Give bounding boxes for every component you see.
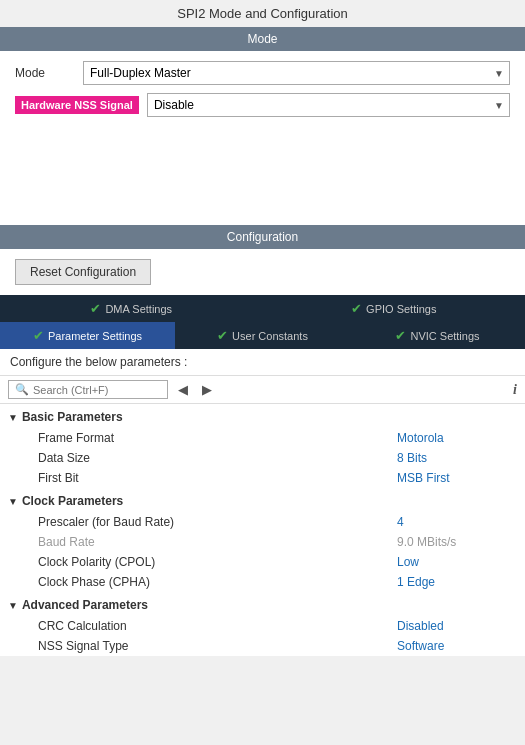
prescaler-label: Prescaler (for Baud Rate) bbox=[38, 515, 397, 529]
tab-nvic-label: NVIC Settings bbox=[410, 330, 479, 342]
data-size-value[interactable]: 8 Bits bbox=[397, 451, 517, 465]
nss-signal-label: Hardware NSS Signal bbox=[15, 96, 139, 114]
param-row-first-bit: First Bit MSB First bbox=[8, 468, 517, 488]
baud-rate-value: 9.0 MBits/s bbox=[397, 535, 517, 549]
tab-user-label: User Constants bbox=[232, 330, 308, 342]
first-bit-label: First Bit bbox=[38, 471, 397, 485]
crc-value[interactable]: Disabled bbox=[397, 619, 517, 633]
spacer bbox=[0, 135, 525, 225]
param-row-nss-signal-type: NSS Signal Type Software bbox=[8, 636, 517, 656]
tabs-row1: ✔ DMA Settings ✔ GPIO Settings bbox=[0, 295, 525, 322]
nss-type-value[interactable]: Software bbox=[397, 639, 517, 653]
search-wrapper[interactable]: 🔍 bbox=[8, 380, 168, 399]
tab-gpio-settings[interactable]: ✔ GPIO Settings bbox=[263, 295, 526, 322]
info-icon: i bbox=[513, 382, 517, 398]
config-section-header: Configuration bbox=[0, 225, 525, 249]
search-icon: 🔍 bbox=[15, 383, 29, 396]
tab-params-label: Parameter Settings bbox=[48, 330, 142, 342]
tab-parameter-settings[interactable]: ✔ Parameter Settings bbox=[0, 322, 175, 349]
basic-group-label: Basic Parameters bbox=[22, 410, 123, 424]
group-basic-parameters[interactable]: ▼ Basic Parameters bbox=[8, 404, 517, 428]
param-row-cpol: Clock Polarity (CPOL) Low bbox=[8, 552, 517, 572]
crc-label: CRC Calculation bbox=[38, 619, 397, 633]
nvic-check-icon: ✔ bbox=[395, 328, 406, 343]
params-body: ▼ Basic Parameters Frame Format Motorola… bbox=[0, 404, 525, 656]
reset-configuration-button[interactable]: Reset Configuration bbox=[15, 259, 151, 285]
prescaler-value[interactable]: 4 bbox=[397, 515, 517, 529]
tab-dma-label: DMA Settings bbox=[105, 303, 172, 315]
param-row-baud-rate: Baud Rate 9.0 MBits/s bbox=[8, 532, 517, 552]
params-intro: Configure the below parameters : bbox=[0, 349, 525, 376]
cpha-label: Clock Phase (CPHA) bbox=[38, 575, 397, 589]
param-row-frame-format: Frame Format Motorola bbox=[8, 428, 517, 448]
nss-select[interactable]: Disable Enable bbox=[147, 93, 510, 117]
mode-label: Mode bbox=[15, 66, 75, 80]
tab-user-constants[interactable]: ✔ User Constants bbox=[175, 322, 350, 349]
basic-arrow-icon: ▼ bbox=[8, 412, 18, 423]
advanced-group-label: Advanced Parameters bbox=[22, 598, 148, 612]
first-bit-value[interactable]: MSB First bbox=[397, 471, 517, 485]
group-advanced-parameters[interactable]: ▼ Advanced Parameters bbox=[8, 592, 517, 616]
search-input[interactable] bbox=[33, 384, 161, 396]
nss-type-label: NSS Signal Type bbox=[38, 639, 397, 653]
cpol-value[interactable]: Low bbox=[397, 555, 517, 569]
mode-select[interactable]: Full-Duplex Master Half-Duplex Master Re… bbox=[83, 61, 510, 85]
tab-gpio-label: GPIO Settings bbox=[366, 303, 436, 315]
search-row: 🔍 ◀ ▶ i bbox=[0, 376, 525, 404]
advanced-arrow-icon: ▼ bbox=[8, 600, 18, 611]
reset-btn-area: Reset Configuration bbox=[0, 249, 525, 295]
param-row-cpha: Clock Phase (CPHA) 1 Edge bbox=[8, 572, 517, 592]
clock-group-label: Clock Parameters bbox=[22, 494, 123, 508]
mode-select-wrapper[interactable]: Full-Duplex Master Half-Duplex Master Re… bbox=[83, 61, 510, 85]
group-clock-parameters[interactable]: ▼ Clock Parameters bbox=[8, 488, 517, 512]
tab-nvic-settings[interactable]: ✔ NVIC Settings bbox=[350, 322, 525, 349]
cpha-value[interactable]: 1 Edge bbox=[397, 575, 517, 589]
search-next-button[interactable]: ▶ bbox=[198, 382, 216, 397]
user-check-icon: ✔ bbox=[217, 328, 228, 343]
clock-arrow-icon: ▼ bbox=[8, 496, 18, 507]
dma-check-icon: ✔ bbox=[90, 301, 101, 316]
param-row-prescaler: Prescaler (for Baud Rate) 4 bbox=[8, 512, 517, 532]
nss-select-wrapper[interactable]: Disable Enable ▼ bbox=[147, 93, 510, 117]
search-prev-button[interactable]: ◀ bbox=[174, 382, 192, 397]
mode-section-header: Mode bbox=[0, 27, 525, 51]
gpio-check-icon: ✔ bbox=[351, 301, 362, 316]
data-size-label: Data Size bbox=[38, 451, 397, 465]
param-row-data-size: Data Size 8 Bits bbox=[8, 448, 517, 468]
param-row-crc: CRC Calculation Disabled bbox=[8, 616, 517, 636]
baud-rate-label: Baud Rate bbox=[38, 535, 397, 549]
tab-dma-settings[interactable]: ✔ DMA Settings bbox=[0, 295, 263, 322]
tabs-row2: ✔ Parameter Settings ✔ User Constants ✔ … bbox=[0, 322, 525, 349]
frame-format-label: Frame Format bbox=[38, 431, 397, 445]
params-check-icon: ✔ bbox=[33, 328, 44, 343]
frame-format-value[interactable]: Motorola bbox=[397, 431, 517, 445]
page-title: SPI2 Mode and Configuration bbox=[0, 0, 525, 27]
cpol-label: Clock Polarity (CPOL) bbox=[38, 555, 397, 569]
